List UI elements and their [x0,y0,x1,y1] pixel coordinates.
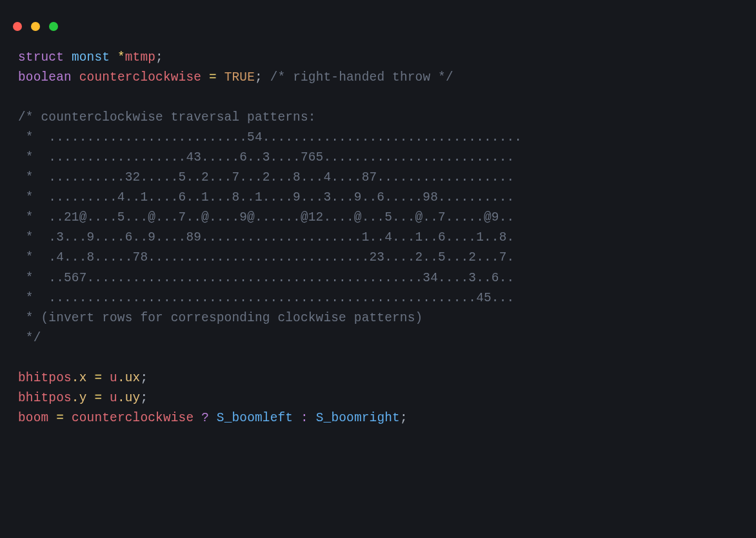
close-icon[interactable] [13,22,22,31]
type-monst: monst [72,50,110,65]
comment-block-l10: * (invert rows for corresponding clockwi… [18,311,423,325]
keyword-struct: struct [18,50,64,65]
comment-block-l2: * ..................43.....6..3....765..… [18,150,514,164]
operator-equals: = [94,391,102,405]
identifier-boomleft: S_boomleft [217,411,293,425]
operator-ternary-q: ? [201,411,209,425]
identifier-ccw: counterclockwise [79,70,201,85]
comment-block-l1: * ..........................54..........… [18,130,522,144]
code-body: struct monst *mtmp; boolean counterclock… [0,44,756,445]
comment-block-l3: * ..........32.....5..2...7...2...8...4.… [18,170,514,184]
identifier-ccw: counterclockwise [72,411,194,425]
line-bhitpos-x: bhitpos.x = u.ux; [18,371,148,385]
semicolon: ; [400,411,408,425]
comment-block-l0: /* counterclockwise traversal patterns: [18,110,316,125]
identifier-bhitpos: bhitpos [18,371,72,385]
identifier-boom: boom [18,411,48,425]
titlebar [0,0,756,44]
identifier-mtmp: mtmp [125,50,155,65]
identifier-bhitpos: bhitpos [18,391,72,405]
member-ux: .ux [117,371,141,385]
member-y: .y [72,391,87,405]
semicolon: ; [255,70,263,85]
line-bhitpos-y: bhitpos.y = u.uy; [18,391,148,405]
line-decl-monst: struct monst *mtmp; [18,50,163,65]
comment-block-l4: * .........4..1....6..1...8..1....9...3.… [18,190,514,204]
comment-block-l9: * ......................................… [18,291,514,305]
semicolon: ; [140,391,148,405]
semicolon: ; [155,50,163,65]
operator-equals: = [209,70,217,85]
operator-ternary-colon: : [301,411,308,425]
comment-block-l11: */ [18,331,41,345]
comment-rh-throw: /* right-handed throw */ [270,70,453,85]
comment-block-l8: * ..567.................................… [18,271,514,285]
operator-equals: = [56,411,64,425]
identifier-boomright: S_boomright [316,411,400,425]
comment-block-l5: * ..21@....5...@...7..@....9@......@12..… [18,210,514,224]
operator-equals: = [94,371,102,385]
member-uy: .uy [117,391,141,405]
semicolon: ; [140,371,148,385]
zoom-icon[interactable] [49,22,58,31]
identifier-u: u [110,391,117,405]
identifier-u: u [110,371,117,385]
minimize-icon[interactable] [31,22,40,31]
comment-block-l6: * .3...9....6..9....89..................… [18,230,514,244]
line-decl-ccw: boolean counterclockwise = TRUE; /* righ… [18,70,453,85]
line-boom-assign: boom = counterclockwise ? S_boomleft : S… [18,411,408,425]
member-x: .x [72,371,87,385]
keyword-boolean: boolean [18,70,72,85]
operator-star: * [117,50,125,65]
code-window: struct monst *mtmp; boolean counterclock… [0,0,756,538]
constant-true: TRUE [224,70,255,85]
comment-block-l7: * .4...8.....78.........................… [18,250,514,264]
